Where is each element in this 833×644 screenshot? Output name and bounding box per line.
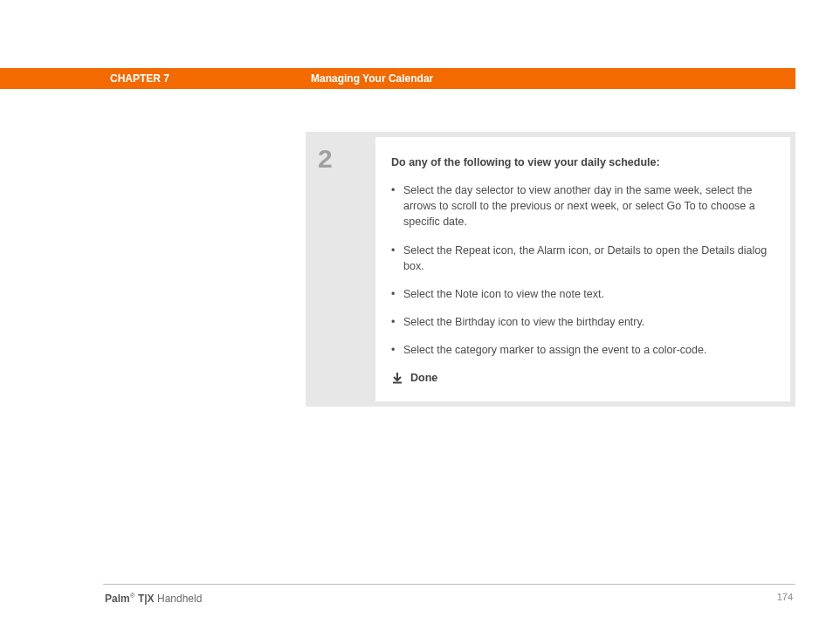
list-item: Select the category marker to assign the… <box>391 342 771 358</box>
footer-tail: Handheld <box>155 593 203 605</box>
footer-rule <box>103 584 795 585</box>
footer-brand: Palm <box>105 593 130 605</box>
step-lead-text: Do any of the following to view your dai… <box>391 154 771 170</box>
step-number-column: 2 <box>311 137 375 401</box>
done-label: Done <box>410 370 437 386</box>
page: CHAPTER 7 Managing Your Calendar 2 Do an… <box>0 0 833 644</box>
list-item: Select the day selector to view another … <box>391 182 771 230</box>
page-number: 174 <box>777 592 793 602</box>
chapter-header-bar: CHAPTER 7 Managing Your Calendar <box>0 68 795 89</box>
step-bullet-list: Select the day selector to view another … <box>391 182 771 358</box>
list-item: Select the Repeat icon, the Alarm icon, … <box>391 243 771 274</box>
step-box: 2 Do any of the following to view your d… <box>306 132 795 407</box>
chapter-title: Managing Your Calendar <box>311 72 433 85</box>
chapter-label: CHAPTER 7 <box>110 72 169 85</box>
footer-model: T|X <box>135 593 155 605</box>
done-row: Done <box>391 370 771 386</box>
step-inner: 2 Do any of the following to view your d… <box>311 137 790 401</box>
list-item: Select the Birthday icon to view the bir… <box>391 314 771 330</box>
down-arrow-icon <box>391 372 403 384</box>
step-number: 2 <box>318 146 375 172</box>
step-content: Do any of the following to view your dai… <box>375 137 790 401</box>
list-item: Select the Note icon to view the note te… <box>391 286 771 302</box>
footer-product: Palm® T|X Handheld <box>105 592 202 605</box>
